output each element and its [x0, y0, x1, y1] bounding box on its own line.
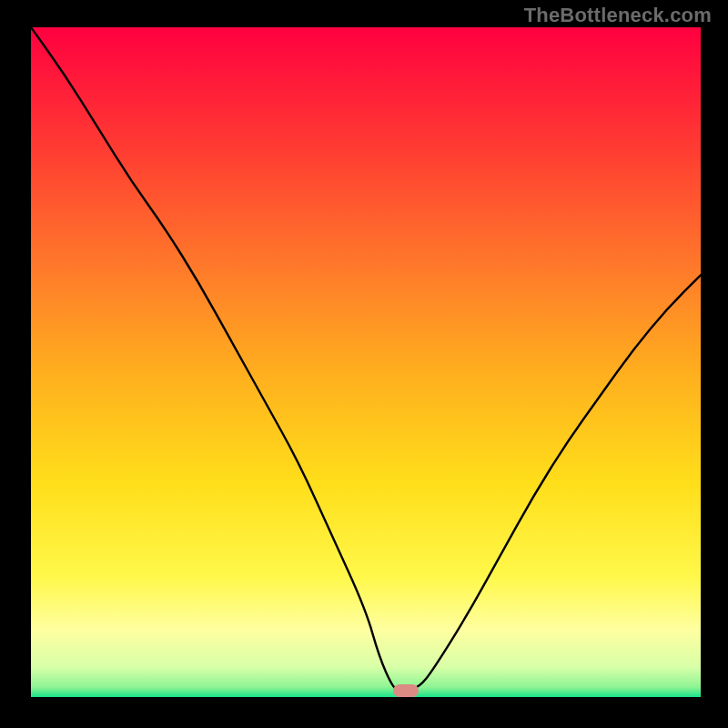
- chart-frame: TheBottleneck.com: [0, 0, 728, 728]
- watermark-text: TheBottleneck.com: [524, 4, 712, 27]
- gradient-background: [31, 27, 701, 697]
- plot-area: [31, 27, 701, 697]
- svg-rect-0: [31, 27, 701, 697]
- optimum-marker: [393, 684, 419, 697]
